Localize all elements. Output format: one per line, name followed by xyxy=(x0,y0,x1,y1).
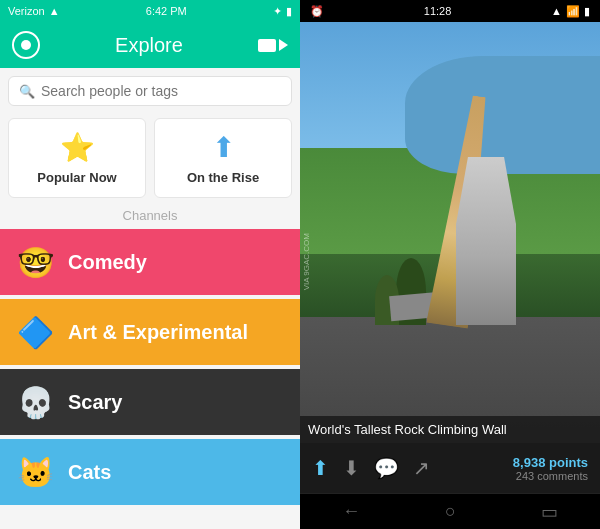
cats-icon: 🐱 xyxy=(14,455,56,490)
left-time: 6:42 PM xyxy=(146,5,187,17)
header-right xyxy=(258,39,288,52)
nav-bar: ← ○ ▭ xyxy=(300,493,600,529)
battery-icon: ▮ xyxy=(286,5,292,18)
art-icon: 🔷 xyxy=(14,315,56,350)
carrier-text: Verizon xyxy=(8,5,45,17)
comedy-label: Comedy xyxy=(68,251,147,274)
downvote-button[interactable]: ⬇ xyxy=(343,456,360,480)
lake-shape xyxy=(405,56,600,174)
action-icons-group: ⬆ ⬇ 💬 ↗ xyxy=(312,456,430,480)
video-content-area[interactable]: VIA 9GAC.COM World's Tallest Rock Climbi… xyxy=(300,22,600,443)
rise-arrow-icon: ⬆ xyxy=(212,131,235,164)
right-time: 11:28 xyxy=(424,5,452,17)
popular-now-button[interactable]: ⭐ Popular Now xyxy=(8,118,146,198)
on-the-rise-label: On the Rise xyxy=(187,170,259,185)
comment-button[interactable]: 💬 xyxy=(374,456,399,480)
points-label: 8,938 points xyxy=(513,455,588,470)
building-shape xyxy=(456,157,516,325)
channel-cats[interactable]: 🐱 Cats xyxy=(0,439,300,505)
search-bar[interactable]: 🔍 xyxy=(8,76,292,106)
search-input[interactable] xyxy=(41,83,281,99)
header-title: Explore xyxy=(40,34,258,57)
recents-button[interactable]: ▭ xyxy=(541,501,558,523)
status-icons: ✦ ▮ xyxy=(273,5,292,18)
popular-now-label: Popular Now xyxy=(37,170,116,185)
scary-icon: 💀 xyxy=(14,385,56,420)
video-tri xyxy=(279,39,288,51)
action-bar: ⬆ ⬇ 💬 ↗ 8,938 points 243 comments xyxy=(300,443,600,493)
video-rect xyxy=(258,39,276,52)
action-stats: 8,938 points 243 comments xyxy=(513,455,588,482)
search-icon: 🔍 xyxy=(19,84,35,99)
video-caption: World's Tallest Rock Climbing Wall xyxy=(300,416,600,443)
popular-star-icon: ⭐ xyxy=(60,131,95,164)
art-label: Art & Experimental xyxy=(68,321,248,344)
home-button[interactable]: ○ xyxy=(445,501,456,522)
right-panel: ⏰ 11:28 ▲ 📶 ▮ VIA 9GAC.COM World's Talle… xyxy=(300,0,600,529)
channel-scary[interactable]: 💀 Scary xyxy=(0,369,300,435)
comments-label: 243 comments xyxy=(513,470,588,482)
landscape-image: VIA 9GAC.COM xyxy=(300,22,600,443)
upvote-button[interactable]: ⬆ xyxy=(312,456,329,480)
right-battery-icon: ▮ xyxy=(584,5,590,18)
app-header: Explore xyxy=(0,22,300,68)
back-button[interactable]: ← xyxy=(342,501,360,522)
alarm-icon: ⏰ xyxy=(310,5,324,18)
share-button[interactable]: ↗ xyxy=(413,456,430,480)
on-the-rise-button[interactable]: ⬆ On the Rise xyxy=(154,118,292,198)
channel-comedy[interactable]: 🤓 Comedy xyxy=(0,229,300,295)
right-status-bar: ⏰ 11:28 ▲ 📶 ▮ xyxy=(300,0,600,22)
video-camera-icon[interactable] xyxy=(258,39,288,52)
channel-art[interactable]: 🔷 Art & Experimental xyxy=(0,299,300,365)
right-signal-icon: 📶 xyxy=(566,5,580,18)
left-panel: Verizon ▲ 6:42 PM ✦ ▮ Explore 🔍 ⭐ Popula… xyxy=(0,0,300,529)
status-carrier: Verizon ▲ xyxy=(8,5,60,17)
channels-label: Channels xyxy=(0,208,300,223)
cats-label: Cats xyxy=(68,461,111,484)
bluetooth-icon: ✦ xyxy=(273,5,282,18)
right-status-icons: ▲ 📶 ▮ xyxy=(551,5,590,18)
scary-label: Scary xyxy=(68,391,123,414)
watermark: VIA 9GAC.COM xyxy=(302,233,311,290)
comedy-icon: 🤓 xyxy=(14,245,56,280)
trend-buttons-row: ⭐ Popular Now ⬆ On the Rise xyxy=(8,118,292,198)
eye-icon[interactable] xyxy=(12,31,40,59)
eye-pupil xyxy=(21,40,31,50)
right-wifi-icon: ▲ xyxy=(551,5,562,17)
wifi-icon: ▲ xyxy=(49,5,60,17)
left-status-bar: Verizon ▲ 6:42 PM ✦ ▮ xyxy=(0,0,300,22)
